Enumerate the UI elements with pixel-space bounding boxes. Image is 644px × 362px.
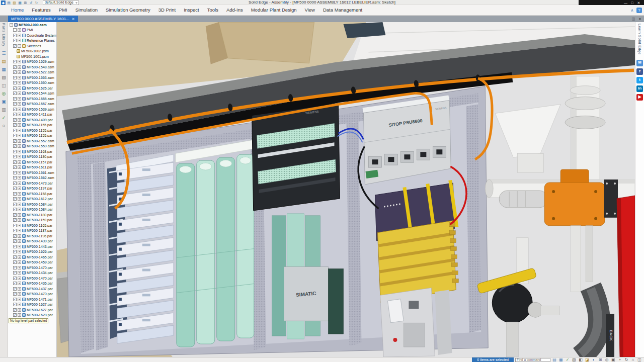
visibility-checkbox[interactable]: ✓ [13, 39, 17, 42]
visibility-checkbox[interactable]: ✓ [13, 155, 17, 158]
expand-icon[interactable]: + [18, 218, 21, 222]
visibility-checkbox[interactable]: ✓ [13, 213, 17, 217]
visibility-checkbox[interactable]: ✓ [13, 260, 17, 264]
tree-row[interactable]: MF500-1001.psm [8, 54, 56, 59]
tree-row[interactable]: ✓+MF500-1612.par [8, 197, 56, 202]
tree-row[interactable]: ✓+MF500-1626.par [8, 85, 56, 91]
expand-icon[interactable]: + [18, 108, 21, 111]
doc-window-list-icon[interactable]: ◫ [631, 17, 636, 22]
visibility-checkbox[interactable]: ✓ [13, 255, 17, 259]
visibility-checkbox[interactable]: ✓ [13, 271, 17, 275]
maximize-icon[interactable]: □ [629, 1, 635, 5]
ribbon-tab-modular-plant-design[interactable]: Modular Plant Design [247, 5, 301, 15]
visibility-checkbox[interactable]: ✓ [13, 282, 17, 285]
tree-row[interactable]: ✓+MF500-1409.par [8, 117, 56, 123]
expand-icon[interactable]: + [18, 160, 21, 164]
visibility-checkbox[interactable]: ✓ [13, 266, 17, 269]
expand-icon[interactable]: + [18, 298, 21, 301]
tree-row[interactable]: ✓+MF500-1434.par [8, 270, 56, 276]
expand-icon[interactable]: + [18, 139, 21, 143]
expand-icon[interactable]: + [18, 134, 21, 137]
visibility-checkbox[interactable]: ✓ [13, 208, 17, 211]
expand-icon[interactable]: + [18, 28, 21, 32]
expand-icon[interactable]: + [18, 118, 21, 122]
visibility-checkbox[interactable]: ✓ [13, 150, 17, 153]
tree-row[interactable]: ✓+MF500-1553.asm [8, 75, 56, 80]
tree-row[interactable]: ✓+MF500-1439.par [8, 239, 56, 244]
tree-row[interactable]: ✓+Coordinate Systems [8, 33, 56, 38]
tree-row[interactable]: MF500-1002.psm [8, 49, 56, 54]
expand-icon[interactable]: + [18, 292, 21, 296]
visibility-checkbox[interactable]: ✓ [13, 234, 17, 238]
expand-icon[interactable]: + [18, 213, 21, 217]
visibility-checkbox[interactable]: ✓ [13, 250, 17, 253]
status-common-views-icon[interactable]: ⌂ [630, 357, 635, 362]
close-icon[interactable]: ✕ [635, 1, 642, 5]
expand-icon[interactable]: + [18, 176, 21, 179]
expand-icon[interactable]: + [18, 245, 21, 248]
tree-row[interactable]: ✓+MF500-1155.par [8, 123, 56, 128]
learn-solid-edge-tab[interactable]: Learn Solid Edge [638, 24, 641, 55]
expand-icon[interactable]: - [10, 23, 13, 27]
expand-icon[interactable]: + [18, 76, 21, 79]
expand-icon[interactable]: + [18, 287, 21, 291]
tree-row[interactable]: ✓+MF500-1157.par [8, 159, 56, 165]
ribbon-tab-3d-print[interactable]: 3D Print [154, 5, 180, 15]
status-window-zones-icon[interactable]: ◫ [637, 357, 642, 362]
simulation-icon[interactable]: ▣ [1, 99, 7, 105]
status-alerts-icon[interactable]: ▤ [552, 357, 557, 362]
minimize-icon[interactable]: — [622, 1, 629, 5]
expand-icon[interactable]: + [18, 282, 21, 285]
document-tab-close-icon[interactable]: ✕ [72, 17, 75, 21]
ribbon-tab-pmi[interactable]: PMI [55, 5, 71, 15]
new-icon[interactable]: ▤ [7, 1, 11, 5]
facebook-icon[interactable]: f [636, 68, 643, 75]
tree-row[interactable]: ✓+MF500-1522.asm [8, 70, 56, 75]
ribbon-tab-add-ins[interactable]: Add-Ins [222, 5, 247, 15]
visibility-checkbox[interactable]: ✓ [13, 176, 17, 179]
expand-icon[interactable]: + [18, 102, 21, 106]
document-tab[interactable]: MF500 0000 ASSEMBLY 1601... ✕ [8, 16, 78, 22]
feature-library-icon[interactable]: ▦ [1, 66, 7, 72]
visibility-checkbox[interactable]: ✓ [13, 97, 17, 101]
visibility-checkbox[interactable]: ✓ [13, 129, 17, 132]
expand-icon[interactable]: + [18, 203, 21, 206]
tree-row[interactable]: ✓+MF500-1197.par [8, 186, 56, 192]
expand-icon[interactable]: + [18, 313, 21, 317]
expand-icon[interactable]: + [18, 239, 21, 243]
expand-icon[interactable]: + [18, 266, 21, 269]
tree-row[interactable]: ✓+MF500-1611.par [8, 165, 56, 170]
expand-icon[interactable]: + [18, 92, 21, 95]
parts-library-icon[interactable]: ▤ [1, 58, 7, 64]
tree-row[interactable]: ✓+MF500-1436.par [8, 281, 56, 287]
visibility-checkbox[interactable]: ✓ [13, 182, 17, 185]
ribbon-tab-simulation[interactable]: Simulation [71, 5, 102, 15]
ribbon-tab-simulation-geometry[interactable]: Simulation Geometry [102, 5, 154, 15]
ribbon-tab-tools[interactable]: Tools [203, 5, 222, 15]
tree-row[interactable]: ✓+MF500-1473.par [8, 180, 56, 186]
visibility-checkbox[interactable]: ✓ [13, 277, 17, 280]
tree-row[interactable]: ✓+MF500-1465.par [8, 254, 56, 260]
alternate-assemblies-icon[interactable]: ◫ [1, 82, 7, 88]
visibility-checkbox[interactable]: ✓ [13, 44, 17, 48]
visibility-checkbox[interactable]: ✓ [13, 171, 17, 174]
visibility-checkbox[interactable]: ✓ [13, 139, 17, 143]
tree-row[interactable]: ✓+MF500-1548.asm [8, 64, 56, 70]
visibility-checkbox[interactable]: ✓ [13, 239, 17, 243]
open-icon[interactable]: ▧ [12, 1, 17, 5]
sensors-icon[interactable]: ◎ [1, 90, 7, 97]
tree-row[interactable]: -MF500-1000.asm [8, 22, 56, 28]
expand-icon[interactable]: + [18, 155, 21, 158]
visibility-checkbox[interactable]: ✓ [13, 292, 17, 296]
style-dropdown[interactable]: default,Solid Edge [43, 1, 79, 5]
visibility-checkbox[interactable]: ✓ [13, 187, 17, 190]
status-pan-icon[interactable]: + [617, 357, 622, 362]
status-shaded-view-icon[interactable]: ◐ [591, 357, 596, 362]
visibility-checkbox[interactable] [13, 28, 17, 32]
email-icon[interactable]: ✉ [636, 60, 643, 66]
tree-row[interactable]: ✓+MF500-1584.par [8, 202, 56, 207]
tree-row[interactable]: ✓+MF500-1552.asm [8, 138, 56, 144]
linkedin-icon[interactable]: in [636, 85, 643, 92]
expand-icon[interactable]: + [18, 81, 21, 84]
expand-icon[interactable]: + [18, 187, 21, 190]
